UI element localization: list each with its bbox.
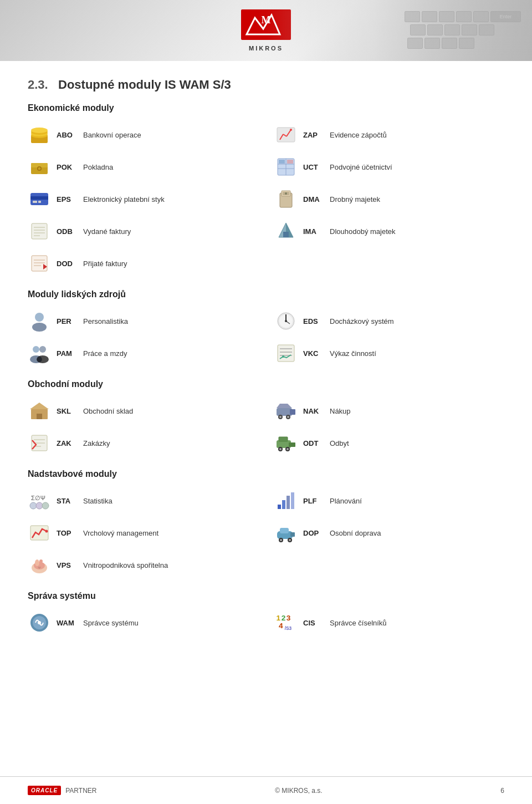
svg-point-82 <box>30 502 37 509</box>
skl-label: Obchodní sklad <box>83 407 133 415</box>
sta-label: Statistika <box>83 497 112 505</box>
plf-code: PLF <box>303 497 324 505</box>
module-item-dod: DOD Přijaté faktury <box>28 248 258 278</box>
pam-icon <box>28 342 51 365</box>
svg-point-94 <box>280 539 282 541</box>
nak-code: NAK <box>303 407 324 415</box>
page-number: 6 <box>500 787 504 795</box>
per-icon <box>28 309 51 333</box>
svg-text:M: M <box>262 14 271 26</box>
module-item-zap: ZAP Evidence zápočtů <box>274 120 504 150</box>
svg-rect-24 <box>30 196 48 200</box>
svg-point-104 <box>38 621 41 624</box>
vkc-icon <box>274 342 298 365</box>
abo-code: ABO <box>57 131 78 139</box>
module-item-plf: PLF Plánování <box>274 486 504 516</box>
dma-code: DMA <box>303 195 324 203</box>
dma-label: Drobný majetek <box>330 195 380 203</box>
eds-icon <box>274 309 298 333</box>
pam-code: PAM <box>57 349 78 358</box>
odt-icon <box>274 431 298 455</box>
vps-label: Vnitropodniková spořitelna <box>83 561 168 569</box>
svg-point-30 <box>285 192 287 195</box>
svg-point-16 <box>38 167 41 170</box>
svg-point-68 <box>287 416 289 418</box>
category-title-sprava: Správa systému <box>28 591 504 601</box>
partner-label: PARTNER <box>65 787 96 795</box>
plf-icon <box>274 489 298 512</box>
svg-point-90 <box>45 530 48 533</box>
svg-point-50 <box>285 320 287 322</box>
svg-point-45 <box>32 323 47 332</box>
svg-point-7 <box>31 128 48 133</box>
section-obchodni: Obchodní moduly SKL Obchodní sklad NAK N… <box>28 379 504 458</box>
svg-text:/S3: /S3 <box>285 625 292 631</box>
logo-box: M MIKROS <box>233 6 299 55</box>
dop-code: DOP <box>303 529 324 537</box>
skl-code: SKL <box>57 407 78 415</box>
ima-code: IMA <box>303 227 324 236</box>
svg-text:1: 1 <box>277 614 281 622</box>
zap-label: Evidence zápočtů <box>330 131 387 139</box>
svg-point-44 <box>35 313 44 322</box>
pok-label: Pokladna <box>83 163 113 171</box>
cis-label: Správce číselníků <box>330 619 387 627</box>
module-item-dma: DMA Drobný majetek <box>274 184 504 214</box>
vkc-label: Výkaz činností <box>330 349 376 358</box>
obchodni-grid: SKL Obchodní sklad NAK Nákup ZAK Zakázky <box>28 396 504 458</box>
eds-code: EDS <box>303 317 324 325</box>
svg-rect-0 <box>241 9 291 40</box>
nak-icon <box>274 399 298 423</box>
eps-label: Elektronický platební styk <box>83 195 165 203</box>
category-title-lidske: Moduly lidských zdrojů <box>28 289 504 299</box>
svg-rect-87 <box>287 496 290 509</box>
svg-rect-80 <box>279 437 288 441</box>
module-item-pam: PAM Práce a mzdy <box>28 338 258 368</box>
per-code: PER <box>57 317 78 325</box>
svg-rect-22 <box>287 160 293 164</box>
nak-label: Nákup <box>330 407 351 415</box>
svg-point-83 <box>36 502 43 509</box>
pok-icon <box>28 155 51 179</box>
svg-rect-38 <box>283 232 289 237</box>
module-item-uct: UCT Podvojné účetnictví <box>274 152 504 182</box>
section-lidske: Moduly lidských zdrojů PER Personalistik… <box>28 289 504 368</box>
svg-point-96 <box>289 539 291 541</box>
main-content: 2.3. Dostupné moduly IS WAM S/3 Ekonomic… <box>0 61 532 671</box>
pok-code: POK <box>57 163 78 171</box>
svg-rect-8 <box>277 128 295 142</box>
mikros-wordmark: MIKROS <box>249 45 283 52</box>
svg-point-59 <box>282 355 284 358</box>
top-label: Vrcholový management <box>83 529 158 537</box>
module-item-dop: DOP Osobní doprava <box>274 518 504 548</box>
zak-icon <box>28 431 51 455</box>
odb-icon <box>28 220 51 243</box>
vps-code: VPS <box>57 561 78 569</box>
svg-rect-62 <box>37 414 42 419</box>
dop-label: Osobní doprava <box>330 529 381 537</box>
svg-point-79 <box>287 448 289 450</box>
keyboard-bg: Enter <box>266 0 532 61</box>
module-item-nak: NAK Nákup <box>274 396 504 426</box>
module-item-top: TOP Vrcholový management <box>28 518 258 548</box>
section-number: 2.3. <box>28 78 48 91</box>
svg-rect-31 <box>32 223 47 239</box>
svg-point-84 <box>42 502 49 509</box>
module-item-skl: SKL Obchodní sklad <box>28 396 258 426</box>
uct-icon <box>274 155 298 179</box>
copyright: © MIKROS, a.s. <box>275 787 323 795</box>
module-item-abo: ABO Bankovní operace <box>28 120 258 150</box>
svg-rect-88 <box>291 492 294 509</box>
svg-point-51 <box>33 346 39 353</box>
module-item-pok: POK Pokladna <box>28 152 258 182</box>
svg-rect-39 <box>32 256 47 271</box>
svg-rect-64 <box>290 409 295 415</box>
per-label: Personalistika <box>83 317 128 325</box>
section-ekonomicke: Ekonomické moduly ABO Bankovní operace Z… <box>28 103 504 278</box>
cis-icon: 1 2 3 4 /S3 <box>274 611 298 634</box>
svg-rect-26 <box>38 201 41 203</box>
vps-icon <box>28 553 51 577</box>
oracle-badge: ORACLE PARTNER <box>28 786 96 795</box>
dod-code: DOD <box>57 259 78 268</box>
section-nadstavbove: Nadstavbové moduly Σ∅Ψ STA Statistika PL… <box>28 469 504 580</box>
